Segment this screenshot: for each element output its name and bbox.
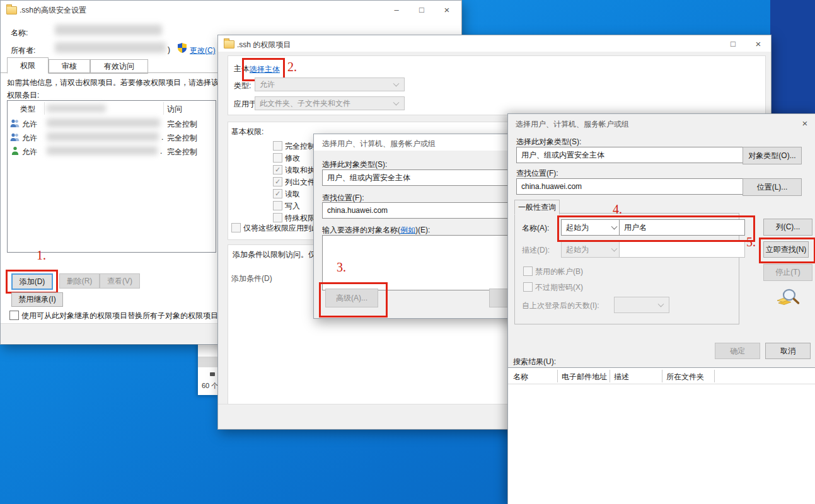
remove-button[interactable]: 删除(R) (59, 273, 100, 289)
results-col-email[interactable]: 电子邮件地址 (562, 372, 607, 382)
row-principal-redacted (47, 146, 158, 155)
annotation-step-1: 1. (37, 248, 46, 263)
table-row[interactable]: 允许 . 完全控制 (8, 131, 214, 144)
close-icon[interactable]: × (434, 1, 460, 18)
table-row[interactable]: 允许 . 完全控制 (8, 145, 214, 158)
find-now-button-label: 立即查找(N) (766, 244, 807, 255)
perm-write-checkbox[interactable] (273, 201, 282, 210)
window4-title: 选择用户、计算机、服务帐户或组 (516, 119, 629, 130)
desktop: 60 个 .ssh的高级安全设置 – □ × 名称: 所有者: ) 更改(C) (0, 0, 815, 504)
object-type-label: 选择此对象类型(S): (516, 137, 581, 147)
minimize-icon[interactable]: – (384, 1, 409, 18)
perm-modify-checkbox[interactable] (273, 153, 282, 163)
search-icon (776, 288, 800, 310)
find-now-button[interactable]: 立即查找(N) (763, 241, 809, 258)
window2-title: .ssh 的权限项目 (237, 40, 291, 50)
col-separator (557, 370, 558, 382)
results-col-folder[interactable]: 所在文件夹 (666, 372, 704, 382)
change-owner-link[interactable]: 更改(C) (190, 46, 216, 55)
advanced-button[interactable]: 高级(A)... (325, 289, 378, 307)
location-field[interactable]: china.huawei.com (516, 178, 744, 195)
type-dropdown-value: 允许 (260, 79, 275, 90)
search-results-list[interactable]: 名称 电子邮件地址 描述 所在文件夹 (508, 367, 815, 504)
applies-to-dropdown[interactable]: 此文件夹、子文件夹和文件 (255, 96, 405, 110)
nonexpiring-password-label: 不过期密码(X) (535, 282, 583, 293)
check-icon: ✓ (275, 166, 280, 173)
advanced-button-label: 高级(A)... (336, 293, 367, 304)
tab-common-queries[interactable]: 一般性查询 (514, 200, 560, 215)
object-type-field[interactable]: 用户、组或内置安全主体 (516, 147, 744, 163)
location-field[interactable]: china.huawei.com (322, 202, 512, 219)
tab-common-queries-label: 一般性查询 (518, 202, 556, 213)
cancel-button[interactable]: 取消 (765, 343, 811, 359)
object-type-value: 用户、组或内置安全主体 (521, 150, 604, 161)
object-type-field[interactable]: 用户、组或内置安全主体 (322, 169, 512, 186)
days-since-logon-label: 自上次登录后的天数(I): (522, 301, 599, 311)
perm-read-checkbox[interactable]: ✓ (273, 189, 282, 198)
locations-button-label: 位置(L)... (757, 182, 788, 193)
name-value-redacted (55, 25, 162, 35)
window-select-user-advanced: 选择用户、计算机、服务帐户或组 × 选择此对象类型(S): 用户、组或内置安全主… (507, 113, 815, 504)
tab-permissions[interactable]: 权限 (7, 57, 49, 74)
table-row[interactable]: 允许 完全控制 (8, 117, 214, 130)
user-icon (11, 146, 19, 157)
ok-button-label: 确定 (730, 346, 745, 357)
nonexpiring-password-checkbox[interactable] (523, 282, 533, 292)
disable-inheritance-button-label: 禁用继承(I) (18, 294, 55, 305)
columns-button[interactable]: 列(C)... (763, 219, 812, 236)
close-icon[interactable]: × (746, 35, 770, 52)
owner-label: 所有者: (11, 45, 35, 56)
stop-button[interactable]: 停止(T) (763, 264, 812, 281)
close-icon[interactable]: × (795, 114, 815, 132)
perm-list-folder-checkbox[interactable]: ✓ (273, 177, 282, 186)
col-header-type[interactable]: 类型 (20, 104, 35, 115)
window4-titlebar: 选择用户、计算机、服务帐户或组 × (508, 114, 815, 132)
name-label: 名称(A): (522, 223, 549, 234)
annotation-box-step-4 (557, 215, 755, 242)
perm-full-control-checkbox[interactable] (273, 141, 282, 151)
chevron-down-icon (658, 301, 664, 307)
add-button[interactable]: 添加(D) (11, 273, 53, 290)
chevron-down-icon (611, 246, 618, 252)
perm-read-execute-checkbox[interactable]: ✓ (273, 165, 282, 175)
chevron-down-icon (393, 81, 400, 87)
replace-child-permissions-checkbox[interactable] (9, 311, 19, 320)
disable-inheritance-button[interactable]: 禁用继承(I) (11, 292, 63, 307)
description-label: 描述(D): (522, 245, 550, 256)
description-input[interactable] (619, 241, 745, 258)
only-container-checkbox[interactable] (231, 223, 241, 232)
results-col-name[interactable]: 名称 (513, 372, 528, 382)
perm-write-label: 写入 (285, 201, 300, 212)
ok-button[interactable]: 确定 (715, 343, 760, 359)
description-match-dropdown[interactable]: 起始为 (561, 241, 623, 258)
disabled-accounts-checkbox[interactable] (523, 266, 533, 276)
add-button-label: 添加(D) (20, 277, 45, 287)
stop-button-label: 停止(T) (775, 267, 800, 278)
tab-auditing[interactable]: 审核 (49, 59, 90, 74)
location-label: 查找位置(F): (516, 168, 558, 179)
row-access: 完全控制 (167, 133, 197, 144)
results-col-description[interactable]: 描述 (614, 372, 629, 382)
owner-suffix: ) (168, 45, 170, 54)
view-button[interactable]: 查看(V) (100, 273, 140, 289)
locations-button[interactable]: 位置(L)... (743, 178, 802, 196)
folder-icon (6, 6, 17, 14)
col-header-access[interactable]: 访问 (167, 104, 182, 115)
window2-titlebar: .ssh 的权限项目 □ × (218, 35, 771, 52)
col-separator (163, 102, 164, 115)
maximize-icon[interactable]: □ (721, 35, 745, 52)
type-dropdown[interactable]: 允许 (255, 77, 405, 91)
days-since-logon-dropdown[interactable] (614, 297, 669, 313)
tab-effective-access[interactable]: 有效访问 (90, 59, 148, 74)
examples-link[interactable]: 例如 (400, 226, 415, 234)
permission-entries-list[interactable]: 类型 访问 允许 完全控制 允许 . (7, 100, 216, 253)
chevron-down-icon (393, 100, 400, 106)
add-condition-link[interactable]: 添加条件(D) (231, 273, 272, 284)
perm-full-control-label: 完全控制 (285, 141, 315, 152)
perm-special-checkbox[interactable] (273, 213, 282, 222)
users-group-icon (10, 133, 20, 143)
maximize-icon[interactable]: □ (409, 1, 434, 18)
object-names-label: 输入要选择的对象名称(例如)(E): (322, 225, 430, 236)
view-button-label: 查看(V) (107, 276, 132, 287)
object-types-button[interactable]: 对象类型(O)... (743, 147, 802, 164)
